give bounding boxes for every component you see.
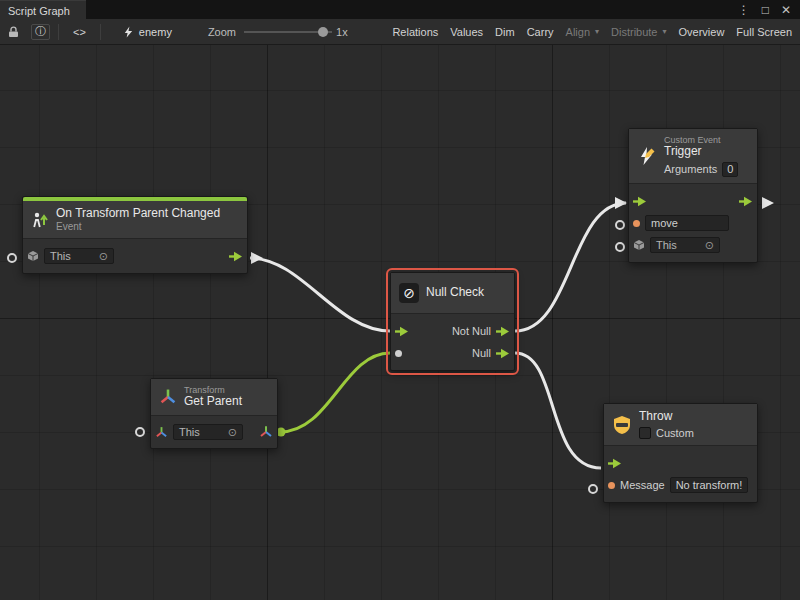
chevron-down-icon: ▾: [595, 27, 599, 36]
lock-icon[interactable]: [2, 23, 25, 41]
maximize-icon[interactable]: □: [762, 4, 769, 16]
info-button[interactable]: ⓘ: [31, 24, 50, 40]
custom-checkbox-label: Custom: [656, 427, 694, 440]
node-title: Trigger: [664, 145, 738, 159]
node-header: ⊘ Null Check: [391, 273, 514, 314]
event-name-field[interactable]: move: [645, 215, 729, 231]
not-null-flow-output-port[interactable]: [496, 326, 510, 337]
node-throw[interactable]: Throw Custom Message No transform!: [603, 403, 758, 503]
transform-parent-changed-icon: [31, 211, 49, 229]
script-graph-icon: [123, 26, 134, 38]
object-field-value: This: [656, 239, 677, 251]
relations-button[interactable]: Relations: [386, 23, 444, 41]
object-picker-icon[interactable]: ⊙: [705, 239, 714, 252]
wire-arrowhead: [615, 197, 627, 209]
flow-output-port[interactable]: [229, 251, 243, 262]
node-null-check[interactable]: ⊘ Null Check Not Null Null: [390, 272, 515, 371]
info-icon: ⓘ: [35, 24, 46, 39]
node-header: On Transform Parent Changed Event: [23, 201, 247, 239]
node-title: On Transform Parent Changed: [56, 207, 220, 221]
toolbar-divider: [58, 24, 59, 40]
wire-notnull-to-trigger[interactable]: [515, 203, 626, 331]
message-input-port[interactable]: [608, 482, 615, 489]
code-icon: <>: [73, 26, 86, 38]
chevron-down-icon: ▾: [663, 27, 667, 36]
align-button[interactable]: Align ▾: [560, 23, 605, 41]
graph-toolbar: ⓘ <> enemy Zoom 1x Relations Values Dim …: [0, 19, 800, 45]
message-label: Message: [620, 479, 665, 491]
transform-port-icon: [155, 426, 168, 439]
message-field[interactable]: No transform!: [670, 477, 749, 493]
this-object-field[interactable]: This ⊙: [650, 237, 720, 253]
flow-input-port[interactable]: [395, 326, 409, 337]
node-custom-event-trigger[interactable]: Custom Event Trigger Arguments 0 move: [628, 128, 758, 263]
object-field-value: This: [50, 250, 71, 262]
arguments-label: Arguments: [664, 163, 717, 176]
script-graph-window: Script Graph ⋮ □ ✕ ⓘ <> enemy Zoom 1x: [0, 0, 800, 600]
transform-output-port[interactable]: [259, 425, 273, 439]
graph-canvas[interactable]: On Transform Parent Changed Event This ⊙: [0, 45, 800, 600]
gameobject-cube-icon: [633, 239, 645, 251]
tab-title: Script Graph: [8, 5, 70, 17]
unconnected-port-ring[interactable]: [616, 243, 624, 251]
arguments-count-field[interactable]: 0: [722, 162, 738, 177]
close-icon[interactable]: ✕: [781, 4, 791, 16]
value-input-port[interactable]: [395, 350, 402, 357]
values-button[interactable]: Values: [444, 23, 489, 41]
object-picker-icon[interactable]: ⊙: [99, 250, 108, 263]
node-title: Get Parent: [184, 395, 242, 409]
graph-asset-reference[interactable]: enemy: [123, 26, 172, 38]
node-header: Custom Event Trigger Arguments 0: [629, 129, 757, 184]
distribute-label: Distribute: [611, 26, 657, 38]
node-header: Throw Custom: [604, 404, 757, 446]
zoom-slider[interactable]: [244, 25, 332, 39]
align-label: Align: [566, 26, 590, 38]
null-check-icon: ⊘: [399, 283, 419, 303]
node-title: Null Check: [426, 286, 484, 300]
code-preview-button[interactable]: <>: [67, 23, 92, 41]
transform-icon: [159, 388, 177, 406]
null-port-label: Null: [472, 347, 491, 359]
full-screen-button[interactable]: Full Screen: [730, 23, 798, 41]
dim-button[interactable]: Dim: [489, 23, 521, 41]
node-header: Transform Get Parent: [151, 379, 277, 416]
this-object-field[interactable]: This ⊙: [44, 248, 114, 264]
custom-checkbox[interactable]: [639, 427, 651, 439]
window-controls: ⋮ □ ✕: [738, 0, 800, 19]
flow-input-port[interactable]: [633, 196, 647, 207]
node-subtitle: Event: [56, 221, 220, 233]
unconnected-port-ring[interactable]: [589, 485, 597, 493]
lock-icon-glyph: [8, 26, 19, 38]
custom-event-icon: [637, 146, 657, 166]
carry-button[interactable]: Carry: [521, 23, 560, 41]
unconnected-port-ring[interactable]: [616, 221, 624, 229]
tab-script-graph[interactable]: Script Graph: [0, 0, 86, 19]
zoom-slider-handle[interactable]: [318, 27, 328, 37]
throw-icon: [612, 415, 632, 435]
overview-button[interactable]: Overview: [673, 23, 731, 41]
event-name-input-port[interactable]: [633, 220, 640, 227]
tab-strip: Script Graph ⋮ □ ✕: [0, 0, 800, 19]
unconnected-port-ring[interactable]: [8, 254, 16, 262]
gameobject-cube-icon: [27, 250, 39, 262]
menu-icon[interactable]: ⋮: [738, 4, 750, 16]
toolbar-divider: [100, 24, 101, 40]
null-flow-output-port[interactable]: [496, 348, 510, 359]
unconnected-flow-arrow[interactable]: [762, 197, 774, 209]
node-get-parent[interactable]: Transform Get Parent This ⊙: [150, 378, 278, 449]
node-on-transform-parent-changed[interactable]: On Transform Parent Changed Event This ⊙: [22, 196, 248, 274]
not-null-port-label: Not Null: [452, 325, 491, 337]
unconnected-port-ring[interactable]: [136, 428, 144, 436]
wire-null-to-throw[interactable]: [515, 353, 601, 468]
object-picker-icon[interactable]: ⊙: [228, 426, 237, 439]
node-title: Throw: [639, 410, 694, 424]
this-object-field[interactable]: This ⊙: [173, 424, 243, 440]
distribute-button[interactable]: Distribute ▾: [605, 23, 672, 41]
zoom-label: Zoom: [208, 26, 236, 38]
flow-input-port[interactable]: [608, 458, 622, 469]
wire-getparent-to-nullcheck[interactable]: [280, 353, 390, 432]
wire-event-to-nullcheck[interactable]: [250, 258, 390, 331]
object-field-value: This: [179, 426, 200, 438]
graph-name: enemy: [139, 26, 172, 38]
flow-output-port[interactable]: [739, 196, 753, 207]
